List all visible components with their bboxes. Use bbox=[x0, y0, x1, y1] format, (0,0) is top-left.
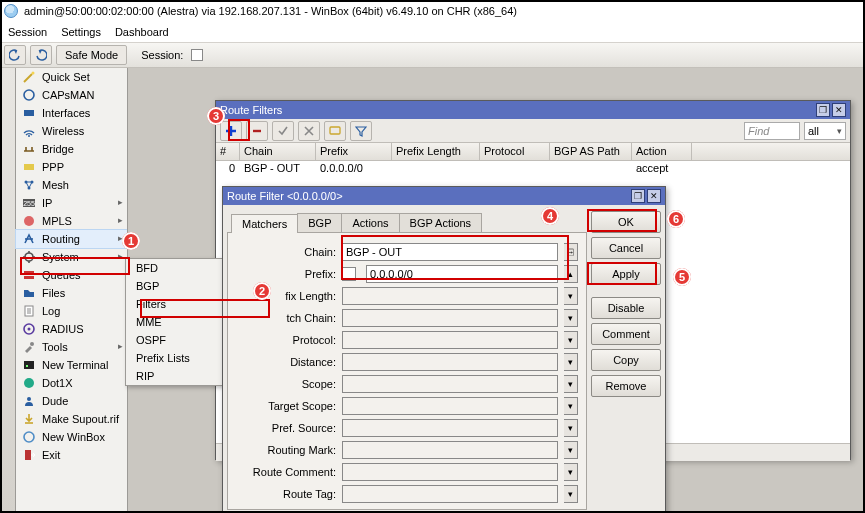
form-row: Pref. Source:▾ bbox=[236, 417, 578, 439]
tab-actions[interactable]: Actions bbox=[341, 213, 399, 232]
comment-button-tb[interactable] bbox=[324, 121, 346, 141]
cell: 0.0.0.0/0 bbox=[316, 161, 392, 178]
sidebar-item-files[interactable]: Files bbox=[16, 284, 127, 302]
field-down-icon[interactable]: ▾ bbox=[564, 287, 578, 305]
field-input[interactable] bbox=[342, 463, 558, 481]
remove-button[interactable]: Remove bbox=[591, 375, 661, 397]
cancel-button[interactable]: Cancel bbox=[591, 237, 661, 259]
field-down-icon[interactable]: ▾ bbox=[564, 309, 578, 327]
comment-button[interactable]: Comment bbox=[591, 323, 661, 345]
field-label: Route Comment: bbox=[236, 466, 336, 478]
menu-dashboard[interactable]: Dashboard bbox=[115, 26, 169, 38]
sidebar-item-ppp[interactable]: PPP bbox=[16, 158, 127, 176]
field-down-icon[interactable]: ▾ bbox=[564, 331, 578, 349]
safe-mode-button[interactable]: Safe Mode bbox=[56, 45, 127, 65]
cell bbox=[480, 161, 550, 178]
tab-bgp[interactable]: BGP bbox=[297, 213, 342, 232]
sidebar-item-label: CAPsMAN bbox=[42, 89, 95, 101]
field-input[interactable] bbox=[342, 375, 558, 393]
field-down-icon[interactable]: ▾ bbox=[564, 375, 578, 393]
apply-button[interactable]: Apply bbox=[591, 263, 661, 285]
wifi-icon bbox=[22, 124, 36, 138]
chain-dropdown-icon[interactable]: ⍈ bbox=[564, 243, 578, 261]
sidebar-item-exit[interactable]: Exit bbox=[16, 446, 127, 464]
col-bgp-as-path[interactable]: BGP AS Path bbox=[550, 143, 632, 160]
sidebar-item-routing[interactable]: Routing▸ bbox=[16, 230, 127, 248]
sidebar-item-wireless[interactable]: Wireless bbox=[16, 122, 127, 140]
field-down-icon[interactable]: ▾ bbox=[564, 441, 578, 459]
add-button[interactable] bbox=[220, 121, 242, 141]
sidebar-item-new-winbox[interactable]: New WinBox bbox=[16, 428, 127, 446]
field-down-icon[interactable]: ▾ bbox=[564, 419, 578, 437]
form-row: fix Length:▾ bbox=[236, 285, 578, 307]
sidebar-item-ip[interactable]: 255IP▸ bbox=[16, 194, 127, 212]
field-input[interactable] bbox=[342, 287, 558, 305]
chain-label: Chain: bbox=[236, 246, 336, 258]
field-input[interactable] bbox=[342, 309, 558, 327]
left-nav-grip[interactable] bbox=[0, 68, 16, 513]
sidebar-item-log[interactable]: Log bbox=[16, 302, 127, 320]
filter-combo[interactable]: all ▾ bbox=[804, 122, 846, 140]
find-input[interactable]: Find bbox=[744, 122, 800, 140]
sidebar-item-make-supout-rif[interactable]: Make Supout.rif bbox=[16, 410, 127, 428]
enable-button[interactable] bbox=[272, 121, 294, 141]
sidebar-item-radius[interactable]: RADIUS bbox=[16, 320, 127, 338]
sidebar-item-mpls[interactable]: MPLS▸ bbox=[16, 212, 127, 230]
field-label: Route Tag: bbox=[236, 488, 336, 500]
window-close-icon[interactable]: ✕ bbox=[647, 189, 661, 203]
annotation-badge-5: 5 bbox=[673, 268, 691, 286]
sidebar-item-capsman[interactable]: CAPsMAN bbox=[16, 86, 127, 104]
sidebar-item-interfaces[interactable]: Interfaces bbox=[16, 104, 127, 122]
route-filters-titlebar[interactable]: Route Filters ❐ ✕ bbox=[216, 101, 850, 119]
sidebar-item-dude[interactable]: Dude bbox=[16, 392, 127, 410]
field-down-icon[interactable]: ▾ bbox=[564, 485, 578, 503]
chain-input[interactable]: BGP - OUT bbox=[342, 243, 558, 261]
field-input[interactable] bbox=[342, 419, 558, 437]
window-restore-icon[interactable]: ❐ bbox=[816, 103, 830, 117]
field-input[interactable] bbox=[342, 441, 558, 459]
prefix-input[interactable]: 0.0.0.0/0 bbox=[366, 265, 558, 283]
field-down-icon[interactable]: ▾ bbox=[564, 397, 578, 415]
col--[interactable]: # bbox=[216, 143, 240, 160]
sidebar-item-bridge[interactable]: Bridge bbox=[16, 140, 127, 158]
sidebar-item-queues[interactable]: Queues bbox=[16, 266, 127, 284]
field-input[interactable] bbox=[342, 353, 558, 371]
window-restore-icon[interactable]: ❐ bbox=[631, 189, 645, 203]
field-down-icon[interactable]: ▾ bbox=[564, 353, 578, 371]
field-input[interactable] bbox=[342, 485, 558, 503]
edit-titlebar[interactable]: Route Filter <0.0.0.0/0> ❐ ✕ bbox=[223, 187, 665, 205]
redo-button[interactable] bbox=[30, 45, 52, 65]
col-prefix[interactable]: Prefix bbox=[316, 143, 392, 160]
menubar: Session Settings Dashboard bbox=[0, 22, 865, 42]
col-prefix-length[interactable]: Prefix Length bbox=[392, 143, 480, 160]
table-row[interactable]: 0BGP - OUT0.0.0.0/0accept bbox=[216, 161, 850, 178]
disable-button[interactable]: Disable bbox=[591, 297, 661, 319]
ok-button[interactable]: OK bbox=[591, 211, 661, 233]
annotation-badge-4: 4 bbox=[541, 207, 559, 225]
menu-session[interactable]: Session bbox=[8, 26, 47, 38]
remove-button[interactable] bbox=[246, 121, 268, 141]
filter-button[interactable] bbox=[350, 121, 372, 141]
menu-settings[interactable]: Settings bbox=[61, 26, 101, 38]
sidebar-item-new-terminal[interactable]: New Terminal bbox=[16, 356, 127, 374]
disable-button[interactable] bbox=[298, 121, 320, 141]
field-input[interactable] bbox=[342, 331, 558, 349]
undo-button[interactable] bbox=[4, 45, 26, 65]
col-protocol[interactable]: Protocol bbox=[480, 143, 550, 160]
sidebar-item-system[interactable]: System▸ bbox=[16, 248, 127, 266]
sidebar-item-mesh[interactable]: Mesh bbox=[16, 176, 127, 194]
sidebar-item-quick-set[interactable]: Quick Set bbox=[16, 68, 127, 86]
prefix-invert-checkbox[interactable] bbox=[342, 267, 356, 281]
col-action[interactable]: Action bbox=[632, 143, 692, 160]
tab-matchers[interactable]: Matchers bbox=[231, 214, 298, 233]
col-chain[interactable]: Chain bbox=[240, 143, 316, 160]
sidebar-item-dot1x[interactable]: Dot1X bbox=[16, 374, 127, 392]
sidebar-item-tools[interactable]: Tools▸ bbox=[16, 338, 127, 356]
field-down-icon[interactable]: ▾ bbox=[564, 463, 578, 481]
field-input[interactable] bbox=[342, 397, 558, 415]
copy-button[interactable]: Copy bbox=[591, 349, 661, 371]
tab-bgp-actions[interactable]: BGP Actions bbox=[399, 213, 483, 232]
window-close-icon[interactable]: ✕ bbox=[832, 103, 846, 117]
prefix-up-icon[interactable]: ▴ bbox=[564, 265, 578, 283]
cell bbox=[550, 161, 632, 178]
